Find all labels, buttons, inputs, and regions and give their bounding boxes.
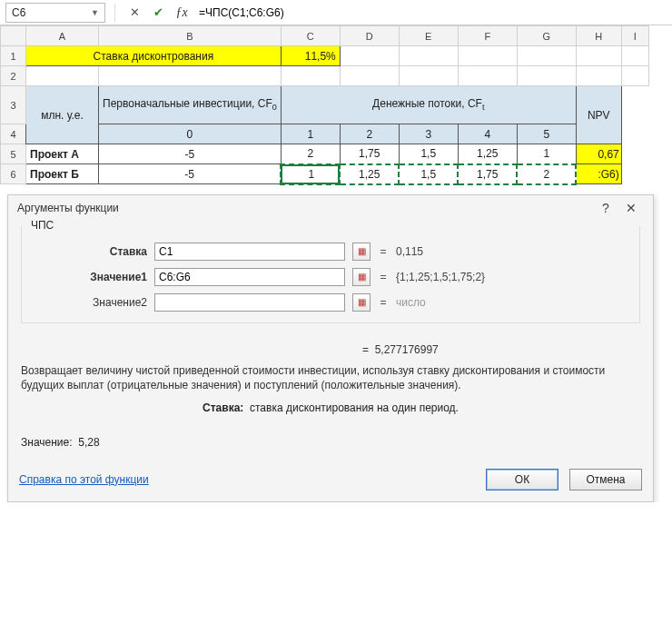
dialog-footer: Справка по этой функции ОК Отмена	[8, 465, 653, 501]
cell[interactable]: 2	[517, 164, 576, 184]
cell-npv[interactable]: 0,67	[576, 144, 621, 164]
select-all-corner[interactable]	[1, 26, 26, 46]
help-link[interactable]: Справка по этой функции	[19, 473, 149, 486]
arg-label: Значение1	[29, 271, 147, 283]
cell[interactable]	[99, 66, 282, 86]
close-icon[interactable]: ✕	[618, 201, 644, 215]
cell[interactable]: млн. у.е.	[26, 86, 99, 144]
cell[interactable]	[576, 66, 621, 86]
cell[interactable]: 1,25	[340, 164, 399, 184]
cell[interactable]: Проект А	[26, 144, 99, 164]
cell[interactable]: Первоначальные инвестиции, CF0	[99, 86, 282, 124]
cell[interactable]: NPV	[576, 86, 621, 144]
equals-sign: =	[378, 296, 389, 309]
col-header[interactable]: B	[99, 26, 282, 46]
arg-rate-input[interactable]	[154, 243, 345, 261]
row-header[interactable]: 3	[1, 86, 26, 124]
cell[interactable]: 1,75	[340, 144, 399, 164]
cell[interactable]	[281, 66, 340, 86]
formula-input[interactable]	[195, 3, 667, 23]
cell[interactable]: 1,25	[458, 144, 517, 164]
name-box[interactable]: C6 ▼	[5, 3, 105, 23]
argument-row: Значение1 ▦ = {1;1,25;1,5;1,75;2}	[29, 264, 632, 290]
cell[interactable]	[399, 66, 458, 86]
cell[interactable]	[340, 46, 399, 66]
cell[interactable]	[458, 46, 517, 66]
cell[interactable]: 4	[458, 124, 517, 144]
ok-button[interactable]: ОК	[486, 469, 558, 490]
cell[interactable]	[621, 46, 648, 66]
row-header[interactable]: 6	[1, 164, 26, 184]
cell[interactable]	[621, 66, 648, 86]
col-header[interactable]: A	[26, 26, 99, 46]
help-icon[interactable]: ?	[593, 201, 618, 215]
dialog-title: Аргументы функции	[17, 202, 119, 214]
cell[interactable]	[26, 66, 99, 86]
subscript: 0	[272, 104, 277, 113]
cell[interactable]: 1,5	[399, 144, 458, 164]
cell[interactable]	[621, 164, 648, 184]
cancel-button[interactable]: Отмена	[569, 469, 642, 490]
dialog-titlebar[interactable]: Аргументы функции ? ✕	[8, 195, 653, 221]
chevron-down-icon[interactable]: ▼	[91, 8, 99, 17]
cell[interactable]: 11,5%	[281, 46, 340, 66]
result-label: Значение:	[21, 436, 73, 449]
cell[interactable]	[621, 124, 648, 144]
cell[interactable]: 1	[281, 124, 340, 144]
arg-value1-input[interactable]	[154, 268, 345, 286]
cell[interactable]: 1	[517, 144, 576, 164]
cell[interactable]: 2	[281, 144, 340, 164]
cell[interactable]: Проект Б	[26, 164, 99, 184]
cell-active[interactable]: 1	[281, 164, 340, 184]
cell[interactable]: 3	[399, 124, 458, 144]
cell[interactable]	[517, 66, 576, 86]
cell[interactable]: -5	[99, 144, 282, 164]
range-picker-icon[interactable]: ▦	[352, 293, 371, 312]
cell-npv-editing[interactable]: :G6)	[576, 164, 621, 184]
cell[interactable]: 1,5	[399, 164, 458, 184]
row-header[interactable]: 4	[1, 124, 26, 144]
result-value-line: Значение: 5,28	[21, 436, 640, 449]
cell[interactable]: Денежные потоки, CFt	[281, 86, 576, 124]
argument-help-label: Ставка:	[203, 401, 243, 414]
row-header[interactable]: 1	[1, 46, 26, 66]
cell[interactable]: 5	[517, 124, 576, 144]
argument-row: Ставка ▦ = 0,115	[29, 239, 632, 264]
cell[interactable]	[340, 66, 399, 86]
col-header[interactable]: E	[399, 26, 458, 46]
arg-label: Значение2	[29, 296, 147, 309]
col-header[interactable]: G	[517, 26, 576, 46]
accept-formula-icon[interactable]: ✔	[148, 3, 168, 23]
cell[interactable]	[399, 46, 458, 66]
formula-preview: = 5,277176997	[21, 343, 640, 356]
range-picker-icon[interactable]: ▦	[352, 243, 371, 261]
col-header[interactable]: H	[576, 26, 621, 46]
row-header[interactable]: 2	[1, 66, 26, 86]
cell[interactable]	[576, 46, 621, 66]
fx-icon[interactable]: ƒx	[172, 3, 192, 23]
cell[interactable]	[517, 46, 576, 66]
row-header[interactable]: 5	[1, 144, 26, 164]
col-header[interactable]: F	[458, 26, 517, 46]
cell[interactable]: Ставка дисконтрования	[26, 46, 282, 66]
spreadsheet-grid[interactable]: A B C D E F G H I 1 Ставка дисконтровани…	[0, 25, 649, 185]
function-description: Возвращает величину чистой приведенной с…	[21, 363, 640, 392]
arg-label: Ставка	[29, 245, 147, 258]
cell[interactable]: 0	[99, 124, 282, 144]
cell[interactable]: 2	[340, 124, 399, 144]
ok-button-label: ОК	[515, 473, 529, 486]
cell[interactable]	[621, 144, 648, 164]
range-picker-icon[interactable]: ▦	[352, 268, 371, 286]
arg-result-placeholder: число	[396, 296, 426, 309]
col-header[interactable]: I	[621, 26, 648, 46]
arg-value2-input[interactable]	[154, 293, 345, 312]
cell[interactable]: 1,75	[458, 164, 517, 184]
name-box-value: C6	[12, 6, 25, 19]
cancel-formula-icon[interactable]: ✕	[124, 3, 144, 23]
cell[interactable]: -5	[99, 164, 282, 184]
cell[interactable]	[621, 86, 648, 124]
function-arguments-dialog: Аргументы функции ? ✕ ЧПС Ставка ▦ = 0,1…	[7, 194, 654, 502]
col-header[interactable]: C	[281, 26, 340, 46]
cell[interactable]	[458, 66, 517, 86]
col-header[interactable]: D	[340, 26, 399, 46]
